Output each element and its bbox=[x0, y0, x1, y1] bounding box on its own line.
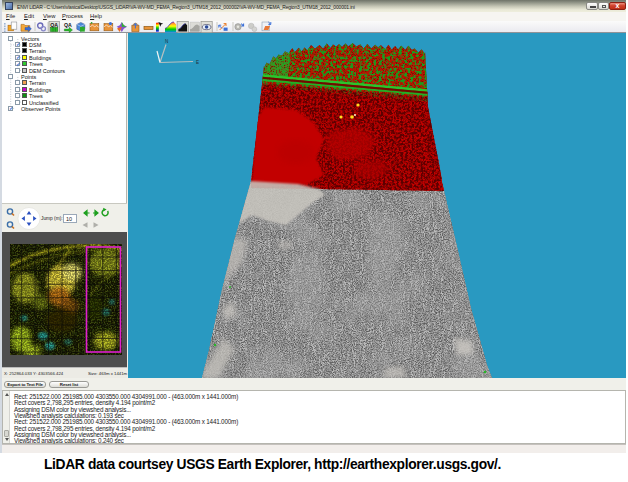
svg-text:QA: QA bbox=[50, 22, 58, 28]
svg-text:E: E bbox=[196, 60, 199, 65]
svg-text:N: N bbox=[165, 39, 168, 44]
svg-text:QA: QA bbox=[64, 22, 72, 28]
